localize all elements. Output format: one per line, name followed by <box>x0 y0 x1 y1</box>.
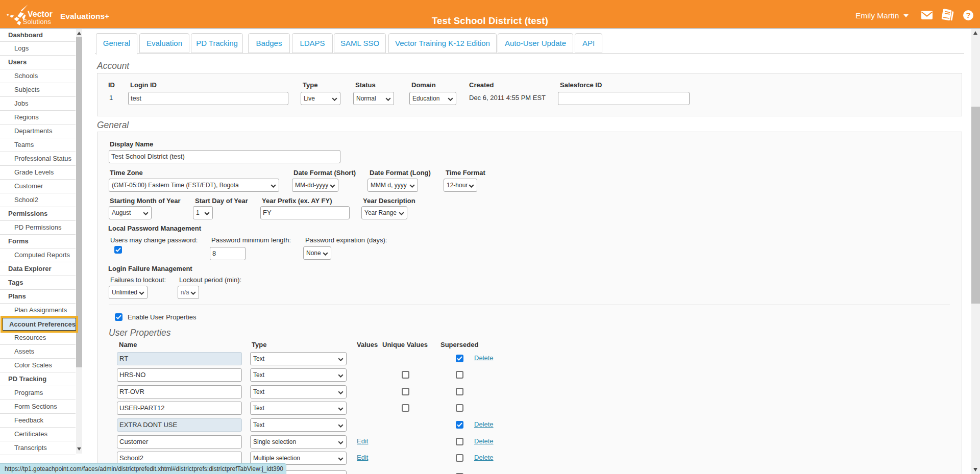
svg-text:?: ? <box>966 11 970 19</box>
